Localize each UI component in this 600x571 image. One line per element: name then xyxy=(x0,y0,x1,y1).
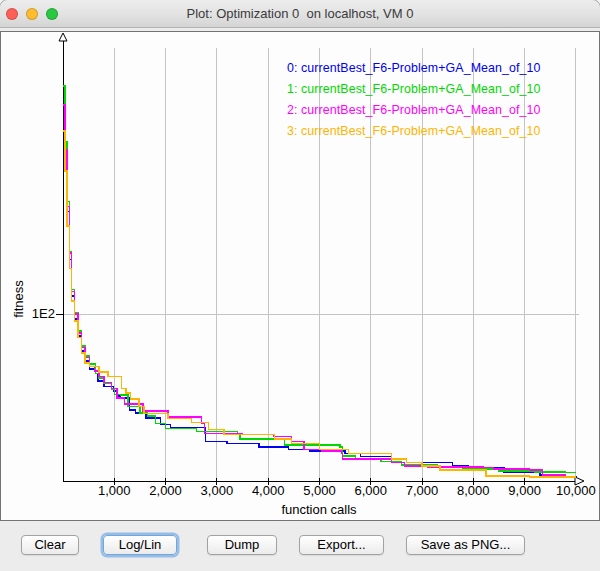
clear-button[interactable]: Clear xyxy=(21,535,79,555)
titlebar: Plot: Optimization 0 on localhost, VM 0 xyxy=(0,0,600,28)
log-lin-button[interactable]: Log/Lin xyxy=(103,535,177,555)
plot-panel: fitness 1E2 function calls 1,0002,0003,0… xyxy=(0,31,600,521)
close-button[interactable] xyxy=(6,8,18,20)
legend-item: 0: currentBest_F6-Problem+GA_Mean_of_10 xyxy=(287,58,541,79)
chart-legend: 0: currentBest_F6-Problem+GA_Mean_of_101… xyxy=(287,58,541,142)
legend-item: 2: currentBest_F6-Problem+GA_Mean_of_10 xyxy=(287,100,541,121)
x-tick-label: 10,000 xyxy=(546,483,600,498)
dump-button[interactable]: Dump xyxy=(207,535,277,555)
plot-window: Plot: Optimization 0 on localhost, VM 0 … xyxy=(0,0,600,571)
x-axis-label: function calls xyxy=(219,502,419,517)
y-axis-label: fitness xyxy=(11,263,27,335)
minimize-button[interactable] xyxy=(26,8,38,20)
export-button[interactable]: Export... xyxy=(299,535,384,555)
legend-item: 1: currentBest_F6-Problem+GA_Mean_of_10 xyxy=(287,79,541,100)
zoom-button[interactable] xyxy=(46,8,58,20)
legend-item: 3: currentBest_F6-Problem+GA_Mean_of_10 xyxy=(287,121,541,142)
y-tick-label: 1E2 xyxy=(17,306,55,321)
save-as-png-button[interactable]: Save as PNG... xyxy=(406,535,525,555)
traffic-lights xyxy=(6,8,58,20)
window-title: Plot: Optimization 0 on localhost, VM 0 xyxy=(187,6,414,21)
